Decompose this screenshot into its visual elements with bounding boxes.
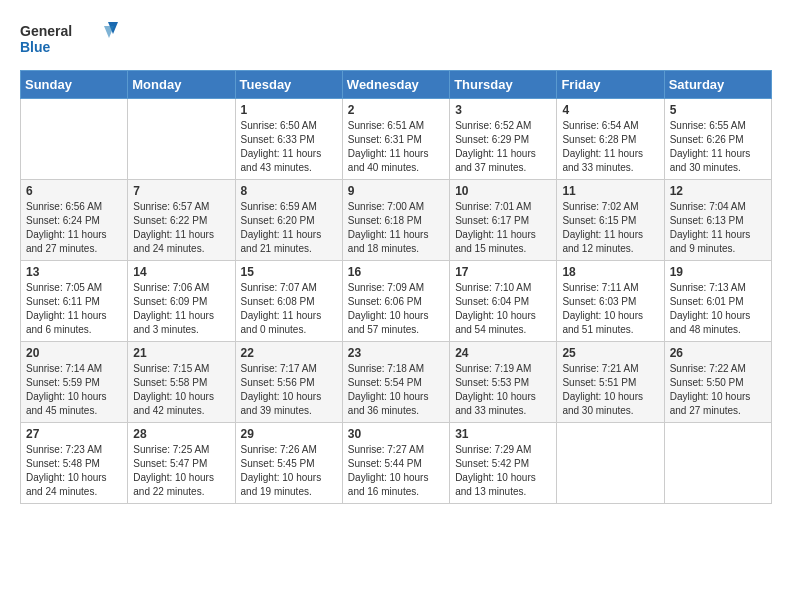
day-number: 4 [562, 103, 658, 117]
day-cell: 25Sunrise: 7:21 AMSunset: 5:51 PMDayligh… [557, 342, 664, 423]
day-info: Sunrise: 6:54 AMSunset: 6:28 PMDaylight:… [562, 119, 658, 175]
day-cell: 19Sunrise: 7:13 AMSunset: 6:01 PMDayligh… [664, 261, 771, 342]
day-cell: 26Sunrise: 7:22 AMSunset: 5:50 PMDayligh… [664, 342, 771, 423]
day-cell: 29Sunrise: 7:26 AMSunset: 5:45 PMDayligh… [235, 423, 342, 504]
day-number: 21 [133, 346, 229, 360]
day-cell: 23Sunrise: 7:18 AMSunset: 5:54 PMDayligh… [342, 342, 449, 423]
day-cell: 15Sunrise: 7:07 AMSunset: 6:08 PMDayligh… [235, 261, 342, 342]
weekday-header-sunday: Sunday [21, 71, 128, 99]
day-cell: 5Sunrise: 6:55 AMSunset: 6:26 PMDaylight… [664, 99, 771, 180]
day-info: Sunrise: 7:21 AMSunset: 5:51 PMDaylight:… [562, 362, 658, 418]
day-cell: 4Sunrise: 6:54 AMSunset: 6:28 PMDaylight… [557, 99, 664, 180]
week-row-5: 27Sunrise: 7:23 AMSunset: 5:48 PMDayligh… [21, 423, 772, 504]
day-cell [128, 99, 235, 180]
day-number: 30 [348, 427, 444, 441]
day-info: Sunrise: 7:17 AMSunset: 5:56 PMDaylight:… [241, 362, 337, 418]
day-info: Sunrise: 6:57 AMSunset: 6:22 PMDaylight:… [133, 200, 229, 256]
logo: General Blue [20, 20, 120, 60]
day-cell: 7Sunrise: 6:57 AMSunset: 6:22 PMDaylight… [128, 180, 235, 261]
header: General Blue [20, 20, 772, 60]
day-number: 15 [241, 265, 337, 279]
day-info: Sunrise: 6:50 AMSunset: 6:33 PMDaylight:… [241, 119, 337, 175]
day-cell [557, 423, 664, 504]
day-info: Sunrise: 7:26 AMSunset: 5:45 PMDaylight:… [241, 443, 337, 499]
day-cell: 17Sunrise: 7:10 AMSunset: 6:04 PMDayligh… [450, 261, 557, 342]
day-info: Sunrise: 7:15 AMSunset: 5:58 PMDaylight:… [133, 362, 229, 418]
day-cell: 27Sunrise: 7:23 AMSunset: 5:48 PMDayligh… [21, 423, 128, 504]
week-row-3: 13Sunrise: 7:05 AMSunset: 6:11 PMDayligh… [21, 261, 772, 342]
day-cell: 13Sunrise: 7:05 AMSunset: 6:11 PMDayligh… [21, 261, 128, 342]
day-cell: 14Sunrise: 7:06 AMSunset: 6:09 PMDayligh… [128, 261, 235, 342]
day-info: Sunrise: 7:05 AMSunset: 6:11 PMDaylight:… [26, 281, 122, 337]
svg-text:Blue: Blue [20, 39, 51, 55]
day-number: 12 [670, 184, 766, 198]
day-info: Sunrise: 7:06 AMSunset: 6:09 PMDaylight:… [133, 281, 229, 337]
day-cell: 10Sunrise: 7:01 AMSunset: 6:17 PMDayligh… [450, 180, 557, 261]
day-info: Sunrise: 6:56 AMSunset: 6:24 PMDaylight:… [26, 200, 122, 256]
day-info: Sunrise: 7:02 AMSunset: 6:15 PMDaylight:… [562, 200, 658, 256]
day-cell: 6Sunrise: 6:56 AMSunset: 6:24 PMDaylight… [21, 180, 128, 261]
weekday-header-friday: Friday [557, 71, 664, 99]
day-cell [21, 99, 128, 180]
calendar: SundayMondayTuesdayWednesdayThursdayFrid… [20, 70, 772, 504]
day-number: 23 [348, 346, 444, 360]
week-row-1: 1Sunrise: 6:50 AMSunset: 6:33 PMDaylight… [21, 99, 772, 180]
day-cell: 1Sunrise: 6:50 AMSunset: 6:33 PMDaylight… [235, 99, 342, 180]
day-info: Sunrise: 7:09 AMSunset: 6:06 PMDaylight:… [348, 281, 444, 337]
day-cell: 31Sunrise: 7:29 AMSunset: 5:42 PMDayligh… [450, 423, 557, 504]
day-info: Sunrise: 7:19 AMSunset: 5:53 PMDaylight:… [455, 362, 551, 418]
day-info: Sunrise: 7:29 AMSunset: 5:42 PMDaylight:… [455, 443, 551, 499]
day-number: 25 [562, 346, 658, 360]
day-info: Sunrise: 7:22 AMSunset: 5:50 PMDaylight:… [670, 362, 766, 418]
day-number: 5 [670, 103, 766, 117]
week-row-4: 20Sunrise: 7:14 AMSunset: 5:59 PMDayligh… [21, 342, 772, 423]
day-cell: 18Sunrise: 7:11 AMSunset: 6:03 PMDayligh… [557, 261, 664, 342]
day-cell: 22Sunrise: 7:17 AMSunset: 5:56 PMDayligh… [235, 342, 342, 423]
day-info: Sunrise: 7:25 AMSunset: 5:47 PMDaylight:… [133, 443, 229, 499]
day-number: 17 [455, 265, 551, 279]
week-row-2: 6Sunrise: 6:56 AMSunset: 6:24 PMDaylight… [21, 180, 772, 261]
day-number: 11 [562, 184, 658, 198]
day-cell [664, 423, 771, 504]
day-number: 2 [348, 103, 444, 117]
day-cell: 2Sunrise: 6:51 AMSunset: 6:31 PMDaylight… [342, 99, 449, 180]
day-info: Sunrise: 7:13 AMSunset: 6:01 PMDaylight:… [670, 281, 766, 337]
day-number: 8 [241, 184, 337, 198]
day-number: 16 [348, 265, 444, 279]
day-number: 29 [241, 427, 337, 441]
day-number: 19 [670, 265, 766, 279]
day-info: Sunrise: 7:01 AMSunset: 6:17 PMDaylight:… [455, 200, 551, 256]
day-cell: 8Sunrise: 6:59 AMSunset: 6:20 PMDaylight… [235, 180, 342, 261]
day-number: 31 [455, 427, 551, 441]
day-number: 24 [455, 346, 551, 360]
day-info: Sunrise: 6:55 AMSunset: 6:26 PMDaylight:… [670, 119, 766, 175]
day-number: 20 [26, 346, 122, 360]
day-cell: 24Sunrise: 7:19 AMSunset: 5:53 PMDayligh… [450, 342, 557, 423]
day-info: Sunrise: 6:59 AMSunset: 6:20 PMDaylight:… [241, 200, 337, 256]
day-info: Sunrise: 7:14 AMSunset: 5:59 PMDaylight:… [26, 362, 122, 418]
weekday-header-saturday: Saturday [664, 71, 771, 99]
day-info: Sunrise: 7:04 AMSunset: 6:13 PMDaylight:… [670, 200, 766, 256]
day-number: 10 [455, 184, 551, 198]
day-number: 28 [133, 427, 229, 441]
logo-svg: General Blue [20, 20, 120, 60]
day-number: 22 [241, 346, 337, 360]
day-number: 14 [133, 265, 229, 279]
day-number: 1 [241, 103, 337, 117]
day-number: 27 [26, 427, 122, 441]
day-cell: 21Sunrise: 7:15 AMSunset: 5:58 PMDayligh… [128, 342, 235, 423]
weekday-header-tuesday: Tuesday [235, 71, 342, 99]
day-cell: 11Sunrise: 7:02 AMSunset: 6:15 PMDayligh… [557, 180, 664, 261]
day-number: 26 [670, 346, 766, 360]
day-info: Sunrise: 6:51 AMSunset: 6:31 PMDaylight:… [348, 119, 444, 175]
weekday-header-wednesday: Wednesday [342, 71, 449, 99]
day-info: Sunrise: 7:00 AMSunset: 6:18 PMDaylight:… [348, 200, 444, 256]
day-number: 3 [455, 103, 551, 117]
day-cell: 3Sunrise: 6:52 AMSunset: 6:29 PMDaylight… [450, 99, 557, 180]
day-cell: 12Sunrise: 7:04 AMSunset: 6:13 PMDayligh… [664, 180, 771, 261]
day-cell: 9Sunrise: 7:00 AMSunset: 6:18 PMDaylight… [342, 180, 449, 261]
day-info: Sunrise: 7:11 AMSunset: 6:03 PMDaylight:… [562, 281, 658, 337]
day-info: Sunrise: 7:18 AMSunset: 5:54 PMDaylight:… [348, 362, 444, 418]
svg-text:General: General [20, 23, 72, 39]
day-info: Sunrise: 7:27 AMSunset: 5:44 PMDaylight:… [348, 443, 444, 499]
